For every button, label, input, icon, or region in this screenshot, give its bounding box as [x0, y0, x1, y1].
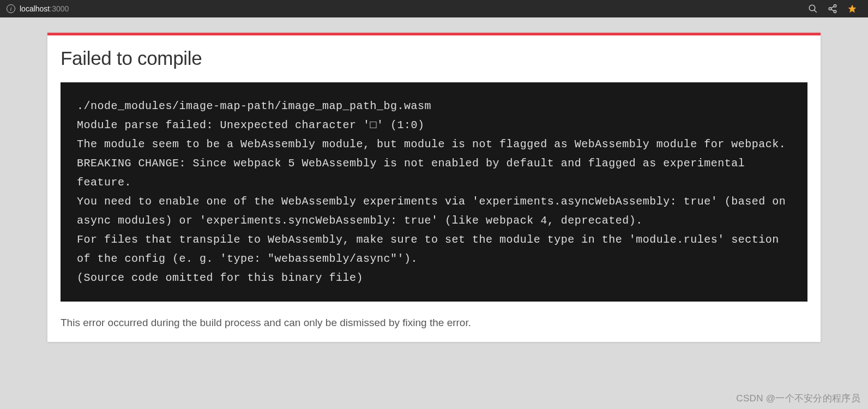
url-text: localhost:3000 [20, 4, 69, 13]
svg-line-1 [814, 10, 817, 13]
svg-line-6 [831, 9, 834, 11]
svg-point-2 [834, 5, 836, 8]
svg-point-3 [829, 8, 831, 10]
url-port: :3000 [50, 4, 69, 13]
url-host: localhost [20, 4, 50, 13]
share-icon[interactable] [828, 4, 837, 14]
svg-marker-7 [848, 5, 857, 13]
info-icon[interactable]: i [7, 4, 15, 13]
svg-line-5 [831, 7, 834, 8]
svg-point-0 [809, 5, 815, 11]
error-overlay-card: Failed to compile ./node_modules/image-m… [47, 33, 821, 342]
zoom-icon[interactable] [808, 4, 818, 14]
url-display[interactable]: i localhost:3000 [7, 4, 69, 13]
browser-actions [808, 4, 861, 14]
browser-address-bar: i localhost:3000 [0, 0, 868, 17]
page-content: Failed to compile ./node_modules/image-m… [0, 17, 868, 342]
bookmark-star-icon[interactable] [847, 4, 857, 14]
error-title: Failed to compile [61, 47, 807, 69]
error-footer-message: This error occurred during the build pro… [61, 317, 807, 329]
error-stack-trace: ./node_modules/image-map-path/image_map_… [61, 82, 807, 302]
svg-point-4 [834, 10, 836, 13]
watermark-text: CSDN @一个不安分的程序员 [736, 392, 860, 405]
